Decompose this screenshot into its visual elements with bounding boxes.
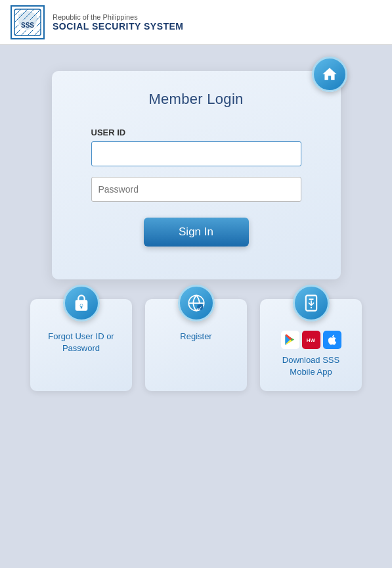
home-icon — [321, 66, 338, 83]
svg-point-10 — [80, 304, 83, 307]
store-icons-row: HW — [281, 331, 341, 349]
huawei-icon: HW — [302, 331, 320, 349]
lock-icon — [72, 294, 91, 312]
app-store-icon — [323, 331, 341, 349]
register-card[interactable]: ✓ Register — [145, 299, 247, 391]
login-card: Member Login USER ID Sign In — [52, 71, 341, 279]
sign-in-button[interactable]: Sign In — [144, 218, 249, 247]
main-content: Member Login USER ID Sign In Forgot User… — [0, 45, 392, 411]
forgot-label: Forgot User ID orPassword — [48, 331, 114, 354]
register-icon-circle: ✓ — [178, 285, 215, 321]
password-group — [91, 177, 301, 202]
register-label: Register — [180, 331, 211, 343]
user-id-group: USER ID — [91, 128, 301, 166]
header-text: Republic of the Philippines SOCIAL SECUR… — [53, 13, 184, 32]
user-id-label: USER ID — [91, 128, 301, 137]
login-card-wrapper: Member Login USER ID Sign In — [52, 71, 341, 279]
bottom-cards-row: Forgot User ID orPassword ✓ Register — [19, 299, 374, 391]
forgot-icon-circle — [63, 285, 100, 321]
password-input[interactable] — [91, 177, 301, 202]
sss-logo: SSS — [11, 5, 45, 39]
header-title: SOCIAL SECURITY SYSTEM — [53, 21, 184, 32]
login-title: Member Login — [91, 91, 301, 108]
user-id-input[interactable] — [91, 141, 301, 166]
mobile-icon-circle — [293, 285, 330, 321]
svg-point-16 — [310, 307, 311, 308]
google-play-icon — [281, 331, 299, 349]
globe-icon: ✓ — [187, 294, 206, 312]
mobile-download-icon — [302, 294, 320, 312]
header-subtitle: Republic of the Philippines — [53, 13, 184, 21]
mobile-app-label: Download SSSMobile App — [282, 354, 339, 378]
svg-text:✓: ✓ — [197, 305, 202, 312]
forgot-card[interactable]: Forgot User ID orPassword — [30, 299, 132, 391]
mobile-app-card[interactable]: HW Download SSSMobile App — [260, 299, 362, 391]
home-button[interactable] — [312, 57, 347, 92]
site-header: SSS Republic of the Philippines SOCIAL S… — [0, 0, 392, 45]
